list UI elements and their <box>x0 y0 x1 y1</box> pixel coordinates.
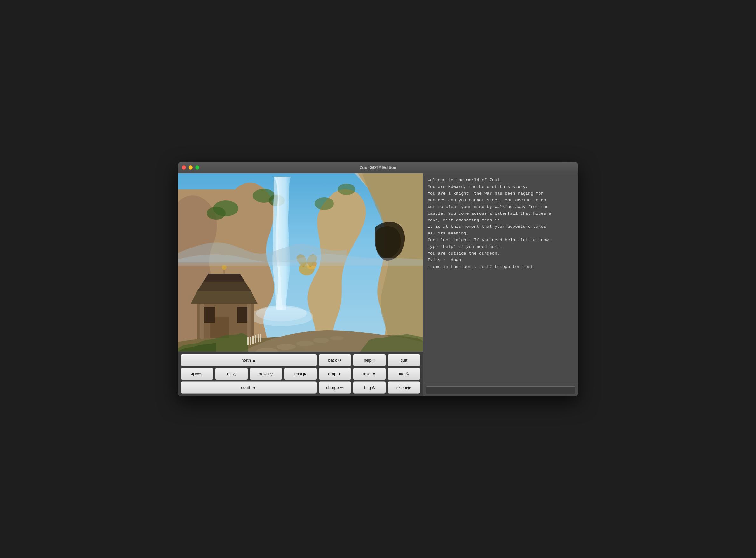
svg-rect-21 <box>247 304 251 342</box>
down-button[interactable]: down ▽ <box>249 368 282 380</box>
button-grid: north ▲ back ↺ help ? quit ◀ west up △ d… <box>178 352 423 396</box>
svg-marker-12 <box>191 291 258 304</box>
svg-rect-34 <box>255 335 256 343</box>
svg-marker-14 <box>204 274 245 282</box>
svg-marker-13 <box>197 282 251 291</box>
titlebar: Zuul GOTY Edition <box>178 162 578 173</box>
minimize-button[interactable] <box>189 166 193 170</box>
west-button[interactable]: ◀ west <box>181 368 213 380</box>
quit-button[interactable]: quit <box>387 354 420 366</box>
charge-button[interactable]: charge ↤ <box>319 381 351 394</box>
close-button[interactable] <box>182 166 186 170</box>
svg-rect-31 <box>247 337 249 345</box>
command-input[interactable] <box>426 386 575 394</box>
back-button[interactable]: back ↺ <box>319 354 351 366</box>
north-button[interactable]: north ▲ <box>181 354 317 366</box>
svg-point-26 <box>313 338 329 343</box>
text-input-area <box>423 384 578 396</box>
bag-button[interactable]: bag ß <box>353 381 386 394</box>
svg-point-10 <box>249 307 313 326</box>
svg-point-30 <box>305 345 321 351</box>
east-button[interactable]: east ▶ <box>284 368 317 380</box>
svg-point-27 <box>330 336 344 340</box>
svg-rect-36 <box>260 334 261 342</box>
svg-rect-32 <box>250 336 251 345</box>
window-title: Zuul GOTY Edition <box>359 165 396 170</box>
fire-button[interactable]: fire © <box>387 368 420 380</box>
drop-button[interactable]: drop ▼ <box>319 368 351 380</box>
game-scene <box>178 173 423 352</box>
svg-point-4 <box>207 207 226 220</box>
south-button[interactable]: south ▼ <box>181 381 317 394</box>
take-button[interactable]: take ▼ <box>353 368 386 380</box>
console-output: Welcome to the world of Zuul. You are Ed… <box>423 173 578 384</box>
svg-point-8 <box>338 183 355 195</box>
svg-point-7 <box>315 197 334 210</box>
svg-rect-33 <box>252 336 254 344</box>
left-panel: north ▲ back ↺ help ? quit ◀ west up △ d… <box>178 173 423 396</box>
traffic-lights <box>182 166 199 170</box>
svg-rect-35 <box>258 334 259 342</box>
maximize-button[interactable] <box>195 166 199 170</box>
svg-rect-20 <box>200 304 204 342</box>
app-window: Zuul GOTY Edition <box>178 161 578 397</box>
help-button[interactable]: help ? <box>353 354 386 366</box>
skip-button[interactable]: skip ▶▶ <box>387 381 420 394</box>
main-content: north ▲ back ↺ help ? quit ◀ west up △ d… <box>178 173 578 396</box>
right-panel: Welcome to the world of Zuul. You are Ed… <box>423 173 578 396</box>
up-button[interactable]: up △ <box>215 368 248 380</box>
